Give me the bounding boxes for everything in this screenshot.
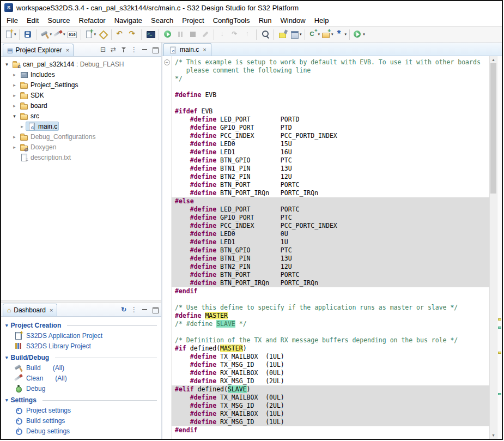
expand-arrow-icon[interactable]: ▸ — [11, 134, 18, 140]
dropdown-arrow-icon[interactable]: ▾ — [300, 32, 302, 37]
code-line[interactable]: #define GPIO_PORT PTC — [172, 214, 489, 222]
code-line[interactable]: #define BTN_PORT_IRQn PORTC_IRQn — [172, 189, 489, 197]
dashboard-section-project-creation[interactable]: ▾Project Creation — [1, 319, 161, 330]
collapse-fold-icon[interactable]: − — [164, 59, 170, 65]
tree-item-project-settings[interactable]: ▸Project_Settings — [1, 80, 161, 90]
dashboard-item-build[interactable]: Build(All) — [1, 363, 161, 373]
code-line[interactable]: #define BTN1_PIN 13U — [172, 255, 489, 263]
code-line[interactable]: /* #define SLAVE */ — [172, 320, 489, 328]
menu-navigate[interactable]: Navigate — [110, 15, 147, 26]
code-line[interactable]: #define TX_MSG_ID (1UL) — [172, 361, 489, 369]
code-line[interactable]: #define BTN_PORT PORTC — [172, 271, 489, 279]
disconnect-button[interactable] — [199, 28, 211, 41]
code-line[interactable]: #define RX_MSG_ID (2UL) — [172, 377, 489, 385]
code-line[interactable]: #if defined(MASTER) — [172, 345, 489, 353]
terminal-button[interactable] — [144, 28, 156, 41]
dropdown-arrow-icon[interactable]: ▾ — [94, 32, 96, 37]
open-perspective-button[interactable]: ▾ — [289, 28, 302, 41]
dropdown-arrow-icon[interactable]: ▾ — [14, 32, 16, 37]
code-line[interactable]: */ — [172, 75, 489, 83]
close-icon[interactable]: × — [66, 47, 69, 53]
dashboard-item-debug-settings[interactable]: Debug settings — [1, 426, 161, 436]
dropdown-arrow-icon[interactable]: ▾ — [63, 32, 65, 37]
code-line[interactable]: #define RX_MSG_ID (1UL) — [172, 418, 489, 426]
code-line[interactable]: #endif — [172, 426, 489, 434]
editor-vertical-scrollbar[interactable]: ▲ ▼ — [489, 56, 497, 439]
dashboard-item-s32ds-application-project[interactable]: S32DS Application Project — [1, 330, 161, 341]
build-button[interactable]: ▾ — [39, 28, 53, 41]
section-collapse-icon[interactable]: ▾ — [5, 397, 8, 403]
menu-run[interactable]: Run — [254, 15, 276, 26]
tree-item-src[interactable]: ▾src — [1, 111, 161, 121]
tree-item-includes[interactable]: ▸Includes — [1, 69, 161, 80]
dashboard-item-s32ds-library-project[interactable]: S32DS Library Project — [1, 341, 161, 351]
code-line[interactable]: /* Definition of the TX and RX message b… — [172, 336, 489, 345]
new-c-file-button[interactable]: ▾ — [83, 28, 97, 41]
menu-refactor[interactable]: Refactor — [75, 15, 110, 26]
code-line[interactable]: #endif — [172, 287, 489, 295]
code-line[interactable]: /* This example is setup to work by defa… — [172, 58, 489, 67]
link-with-editor-icon[interactable]: ⇄ — [108, 45, 118, 54]
expand-arrow-icon[interactable]: ▸ — [11, 72, 18, 77]
code-line[interactable] — [172, 83, 489, 91]
dropdown-arrow-icon[interactable]: ▾ — [50, 32, 52, 37]
back-button[interactable] — [114, 28, 126, 41]
tree-item-board[interactable]: ▸board — [1, 100, 161, 111]
open-element-button[interactable] — [96, 28, 109, 41]
pause-button[interactable] — [174, 28, 186, 41]
code-line[interactable]: #define BTN2_PIN 12U — [172, 173, 489, 181]
code-line[interactable]: please comment the following line — [172, 67, 489, 75]
step-into-button[interactable] — [216, 28, 229, 41]
code-line[interactable]: /* Use this define to specify if the app… — [172, 304, 489, 312]
menu-configtools[interactable]: ConfigTools — [209, 15, 254, 26]
collapse-arrow-icon[interactable]: ▾ — [11, 113, 18, 119]
code-line[interactable]: #else — [172, 197, 489, 206]
view-menu-icon[interactable]: ⋮ — [129, 305, 139, 314]
scroll-down-button[interactable]: ▼ — [490, 432, 497, 439]
code-line[interactable]: #define BTN_PORT PORTC — [172, 181, 489, 189]
binary-view-button[interactable] — [66, 28, 78, 41]
code-line[interactable]: #define LED0 15U — [172, 140, 489, 148]
expand-arrow-icon[interactable]: ▸ — [11, 103, 18, 108]
step-over-button[interactable] — [229, 28, 241, 41]
code-line[interactable]: #define GPIO_PORT PTD — [172, 124, 489, 132]
mark-occurrences-button[interactable] — [276, 28, 289, 41]
occurrence-mark[interactable] — [498, 352, 501, 354]
code-line[interactable]: #define MASTER — [172, 312, 489, 320]
forward-button[interactable] — [126, 28, 139, 41]
expand-arrow-icon[interactable]: ▸ — [19, 124, 26, 129]
tree-item-doxygen[interactable]: ▸@Doxygen — [1, 142, 161, 152]
tree-item-main-c[interactable]: ▸cmain.c — [1, 121, 161, 131]
config-tools-button[interactable]: ▾ — [334, 28, 348, 41]
code-line[interactable]: #define RX_MAILBOX (0UL) — [172, 369, 489, 377]
section-collapse-icon[interactable]: ▾ — [5, 355, 8, 360]
code-line[interactable]: #elif defined(SLAVE) — [172, 385, 489, 394]
minimize-icon[interactable] — [139, 305, 149, 314]
view-menu-icon[interactable]: ⋮ — [129, 45, 139, 54]
menu-source[interactable]: Source — [43, 15, 74, 26]
menu-window[interactable]: Window — [276, 15, 309, 26]
code-line[interactable] — [172, 328, 489, 336]
code-line[interactable]: #define PCC_INDEX PCC_PORTC_INDEX — [172, 222, 489, 230]
code-line[interactable]: #define LED_PORT PORTC — [172, 206, 489, 214]
menu-file[interactable]: File — [2, 15, 22, 26]
code-line[interactable]: #define TX_MSG_ID (2UL) — [172, 402, 489, 410]
expand-arrow-icon[interactable]: ▸ — [11, 144, 18, 150]
menu-help[interactable]: Help — [310, 15, 333, 26]
code-line[interactable]: #define TX_MAILBOX (1UL) — [172, 353, 489, 361]
scroll-up-button[interactable]: ▲ — [490, 56, 497, 63]
expand-arrow-icon[interactable]: ▸ — [11, 82, 18, 88]
run-button[interactable] — [161, 28, 174, 41]
filter-icon[interactable] — [119, 45, 129, 54]
step-return-button[interactable] — [241, 28, 254, 41]
dashboard-item-clean[interactable]: Clean(All) — [1, 373, 161, 383]
code-line[interactable]: #define LED_PORT PORTD — [172, 116, 489, 124]
menu-edit[interactable]: Edit — [22, 15, 43, 26]
code-line[interactable]: #define BTN_GPIO PTC — [172, 156, 489, 165]
code-line[interactable] — [172, 99, 489, 107]
collapse-arrow-icon[interactable]: ▾ — [3, 62, 10, 67]
expand-arrow-icon[interactable]: ▸ — [11, 93, 18, 98]
maximize-icon[interactable] — [150, 45, 160, 54]
code-content[interactable]: /* This example is setup to work by defa… — [172, 56, 489, 439]
tab-main-c[interactable]: c main.c × — [163, 43, 211, 56]
